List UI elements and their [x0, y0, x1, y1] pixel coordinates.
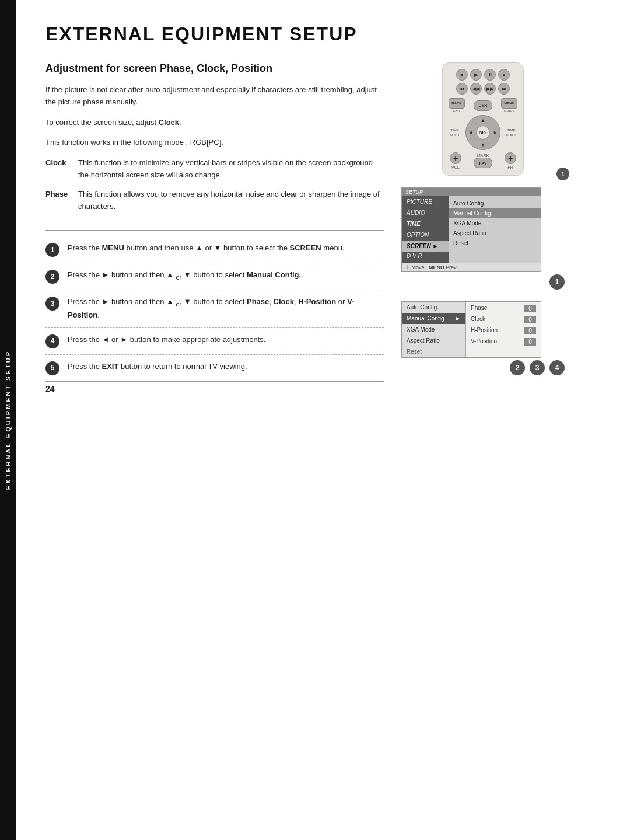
- right-column: ■ ▶ ⏸ ● ⏮ ◀◀ ▶▶ ⏭ BACK: [401, 62, 565, 382]
- menu-screenshot-1: SETUP PICTURE AUDIO TIME OPTION SCREEN ►…: [401, 187, 565, 290]
- menu-item-time: TIME: [402, 218, 449, 229]
- step-5: 5 Press the EXIT button to return to nor…: [46, 355, 384, 382]
- menu-header-label: SETUP: [405, 189, 423, 195]
- step-4-badge: 4: [46, 334, 60, 348]
- menu-left-1: PICTURE AUDIO TIME OPTION SCREEN ► D V R: [402, 196, 449, 263]
- time-label-right: TIME: [507, 128, 515, 132]
- menu-item-option: OPTION: [402, 229, 449, 241]
- h-position-value: 0: [524, 327, 536, 334]
- menu-right-reset: Reset: [449, 238, 541, 248]
- menu-right-manual-config: Manual Config.: [449, 208, 541, 218]
- shift-label-left: SHIFT: [450, 133, 460, 137]
- pr-label: PR: [508, 165, 513, 169]
- step-1-badge: 1: [46, 243, 60, 257]
- menu-guide-group: MENU GUIDE: [501, 98, 517, 113]
- fav-mark-group: MARK FAV: [474, 154, 492, 168]
- page-title: EXTERNAL EQUIPMENT SETUP: [46, 23, 601, 45]
- guide-label: GUIDE: [503, 109, 514, 113]
- next-track-btn: ⏭: [498, 83, 510, 95]
- step-1: 1 Press the MENU button and then use ▲ o…: [46, 236, 384, 263]
- v-position-value: 0: [524, 338, 536, 346]
- rew-btn: ◀◀: [470, 83, 482, 95]
- clock-value: 0: [524, 316, 536, 323]
- phase-term: Phase: [46, 189, 75, 213]
- menu-screenshot-2: Auto Config. Manual Config. ► XGA Mode A…: [401, 301, 565, 375]
- menu-box-2: Auto Config. Manual Config. ► XGA Mode A…: [401, 301, 541, 358]
- time-shift-right: TIME SHIFT: [506, 128, 516, 137]
- nav-down-arrow: ▼: [481, 142, 486, 148]
- dvr-btn: DVR: [474, 100, 492, 111]
- fav-btn: FAV: [474, 158, 492, 168]
- submenu-xga: XGA Mode: [402, 324, 466, 335]
- vol-plus: +: [450, 152, 461, 164]
- submenu-right: Phase 0 Clock 0 H-Position 0: [466, 302, 541, 357]
- time-label-left: TIME: [451, 128, 459, 132]
- menu-item-audio: AUDIO: [402, 207, 449, 218]
- menu-right-1: Auto Config. Manual Config. XGA Mode Asp…: [449, 196, 541, 263]
- remote-badge-1: 1: [556, 168, 569, 180]
- page-number: 24: [46, 384, 55, 393]
- back-exit-group: BACK EXIT: [449, 98, 465, 113]
- badge-3: 3: [530, 360, 545, 375]
- clock-term: Clock: [46, 157, 75, 182]
- submenu-v-position: V-Position 0: [466, 336, 541, 347]
- left-column: Adjustment for screen Phase, Clock, Posi…: [46, 62, 384, 382]
- exit-label: EXIT: [453, 109, 460, 113]
- nav-up-arrow: ▲: [481, 117, 486, 123]
- pr-plus: +: [505, 152, 516, 164]
- time-shift-left: TIME SHIFT: [450, 128, 460, 137]
- pause-btn: ⏸: [484, 69, 496, 81]
- intro-text: If the picture is not clear after auto a…: [46, 84, 384, 109]
- prev-track-btn: ⏮: [456, 83, 468, 95]
- step-5-badge: 5: [46, 361, 60, 375]
- phase-label: Phase: [471, 305, 487, 312]
- rec-btn: ●: [498, 69, 510, 81]
- remote-control-container: ■ ▶ ⏸ ● ⏮ ◀◀ ▶▶ ⏭ BACK: [401, 62, 565, 176]
- back-btn: BACK: [449, 98, 465, 109]
- nav-ring: ▲ ▼ ◄ ► OK ●: [466, 115, 501, 150]
- nav-right-arrow: ►: [493, 130, 498, 135]
- menu-header-1: SETUP: [402, 188, 541, 196]
- submenu-body: Auto Config. Manual Config. ► XGA Mode A…: [402, 302, 541, 357]
- clock-definition: Clock This function is to minimize any v…: [46, 157, 384, 182]
- menu-right-auto-config: Auto Config.: [449, 198, 541, 208]
- menu-body-1: PICTURE AUDIO TIME OPTION SCREEN ► D V R…: [402, 196, 541, 263]
- menu-item-picture: PICTURE: [402, 196, 449, 207]
- menu-footer-1: ✧ Move MENU Prev.: [402, 263, 541, 271]
- submenu-aspect: Aspect Ratio: [402, 335, 466, 346]
- step-2-text: Press the ► button and then ▲ or ▼ butto…: [68, 269, 384, 283]
- submenu-phase: Phase 0: [466, 303, 541, 314]
- v-position-label: V-Position: [471, 338, 497, 346]
- step-3-text: Press the ► button and then ▲ or ▼ butto…: [68, 296, 384, 322]
- back-dvr-menu-row: BACK EXIT DVR MENU GUIDE: [449, 98, 517, 113]
- vol-label: VOL: [452, 165, 460, 169]
- section-heading: Adjustment for screen Phase, Clock, Posi…: [46, 62, 384, 75]
- step-4-text: Press the ◄ or ► button to make appropri…: [68, 334, 384, 346]
- submenu-manual-config-label: Manual Config.: [407, 315, 446, 322]
- submenu-h-position: H-Position 0: [466, 325, 541, 336]
- mark-label: MARK: [477, 154, 489, 158]
- phase-desc: This function allows you to remove any h…: [78, 189, 384, 213]
- shift-label-right: SHIFT: [506, 133, 516, 137]
- step-3: 3 Press the ► button and then ▲ or ▼ but…: [46, 290, 384, 328]
- mode-note: This function works in the following mod…: [46, 137, 384, 149]
- pr-control: + PR: [505, 152, 516, 169]
- badge-4: 4: [550, 360, 565, 375]
- vol-fav-pr-row: + VOL MARK FAV + PR: [447, 152, 519, 169]
- menu-box-1: SETUP PICTURE AUDIO TIME OPTION SCREEN ►…: [401, 187, 541, 272]
- remote-row-1: ■ ▶ ⏸ ●: [447, 69, 519, 81]
- clock-desc: This function is to minimize any vertica…: [78, 157, 384, 182]
- badge-1: 1: [550, 274, 565, 290]
- phase-definition: Phase This function allows you to remove…: [46, 189, 384, 213]
- menu1-badge-row: 1: [401, 274, 565, 290]
- submenu-left: Auto Config. Manual Config. ► XGA Mode A…: [402, 302, 466, 357]
- menu-btn: MENU: [501, 98, 517, 109]
- play-btn: ▶: [470, 69, 482, 81]
- menu-item-screen: SCREEN ►: [402, 241, 449, 252]
- nav-area: TIME SHIFT ▲ ▼ ◄ ► OK ●: [450, 115, 516, 150]
- menu-right-aspect: Aspect Ratio: [449, 228, 541, 238]
- step-2: 2 Press the ► button and then ▲ or ▼ but…: [46, 263, 384, 290]
- step-3-badge: 3: [46, 297, 60, 311]
- h-position-label: H-Position: [471, 327, 498, 334]
- menu-item-dvr: D V R: [402, 252, 449, 263]
